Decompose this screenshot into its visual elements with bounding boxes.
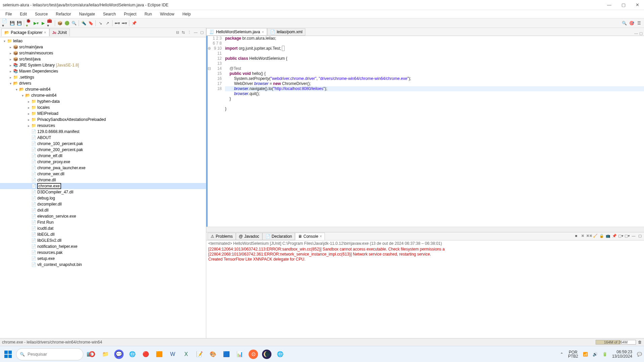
file-node[interactable]: 📄notification_helper.exe <box>0 243 206 250</box>
project-node[interactable]: ▾📁leilao <box>0 38 206 44</box>
new-icon[interactable]: 📄▾ <box>2 20 8 26</box>
excel-icon[interactable]: X <box>181 350 191 359</box>
tab-package-explorer[interactable]: 📂 Package Explorer × <box>1 29 49 36</box>
tab-javadoc[interactable]: @Javadoc <box>236 233 262 240</box>
tab-declaration[interactable]: 📄Declaration <box>262 233 295 240</box>
menu-file[interactable]: File <box>2 11 15 17</box>
console-output[interactable]: [22804:12064:1013/063742.113:ERROR:sandb… <box>206 246 644 338</box>
file-node[interactable]: 📄v8_context_snapshot.bin <box>0 262 206 268</box>
coverage-icon[interactable]: ▶ <box>40 20 46 26</box>
tray-lang[interactable]: POR <box>568 350 578 354</box>
view-menu-icon[interactable]: ⋮ <box>186 30 192 35</box>
editor-body[interactable]: ⊕ ⊟ 1 2 3 6 7 8 9 10 11 12 13 14 15 16 1… <box>206 36 644 227</box>
src-main-resources[interactable]: ▸📦src/main/resources <box>0 50 206 56</box>
search-icon[interactable]: 🔦 <box>81 20 87 26</box>
file-node[interactable]: 📄debug.log <box>0 195 206 201</box>
subfolder[interactable]: ▸📁locales <box>0 104 206 110</box>
heap-gauge[interactable]: 164M of 264M <box>596 340 636 345</box>
paint-icon[interactable]: 🎨 <box>208 350 218 359</box>
search-input[interactable] <box>28 352 84 357</box>
minimize-button[interactable]: — <box>605 2 613 8</box>
file-explorer-icon[interactable]: 📁 <box>101 350 110 359</box>
chrome-test-icon[interactable]: 🌐 <box>275 350 285 359</box>
perspective-switch-icon[interactable]: ☰ <box>636 20 642 26</box>
tag-icon[interactable]: 🔖 <box>88 20 94 26</box>
file-chrome-exe[interactable]: 📄chrome.exe <box>0 183 206 189</box>
debug-icon[interactable]: 🐞▾ <box>26 20 32 26</box>
menu-navigate[interactable]: Navigate <box>76 11 98 17</box>
notifications-icon[interactable]: 💬 <box>637 352 642 357</box>
app-icon-4[interactable]: 📊 <box>235 350 245 359</box>
menu-project[interactable]: Project <box>121 11 140 17</box>
src-main-java[interactable]: ▸📦src/main/java <box>0 44 206 50</box>
back-icon[interactable]: ⬅▾ <box>114 20 120 26</box>
task-view-icon[interactable]: ⭕ <box>87 350 97 359</box>
file-node[interactable]: 📄setup.exe <box>0 256 206 262</box>
file-node[interactable]: 📄chrome_proxy.exe <box>0 159 206 165</box>
file-node[interactable]: 📄elevation_service.exe <box>0 213 206 219</box>
run-gc-icon[interactable]: 🗑 <box>638 340 642 345</box>
subfolder[interactable]: ▸📁hyphen-data <box>0 98 206 104</box>
editor-horizontal-scrollbar[interactable] <box>206 227 644 232</box>
file-node[interactable]: 📄chrome.dll <box>0 177 206 183</box>
remove-all-icon[interactable]: ✖✖ <box>586 234 592 239</box>
file-node[interactable]: 📄ABOUT <box>0 135 206 141</box>
file-node[interactable]: 📄chrome_elf.dll <box>0 153 206 159</box>
menu-refactor[interactable]: Refactor <box>52 11 74 17</box>
package-explorer-tree[interactable]: ▾📁leilao ▸📦src/main/java ▸📦src/main/reso… <box>0 37 206 338</box>
file-node[interactable]: 📄chrome_wer.dll <box>0 171 206 177</box>
save-icon[interactable]: 💾 <box>9 20 15 26</box>
run-icon[interactable]: ▶▾ <box>33 20 39 26</box>
menu-search[interactable]: Search <box>100 11 119 17</box>
file-node[interactable]: 📄resources.pak <box>0 250 206 256</box>
file-node[interactable]: 📄dxil.dll <box>0 207 206 213</box>
new-class-icon[interactable]: 🟢 <box>64 20 70 26</box>
editor-tab-pom[interactable]: 📄 leilao/pom.xml <box>267 28 306 36</box>
quick-access-icon[interactable]: 🔍 <box>621 20 627 26</box>
start-button[interactable] <box>2 348 14 360</box>
maximize-view-icon[interactable]: ▢ <box>199 30 205 35</box>
maximize-button[interactable]: ▢ <box>619 2 628 8</box>
pin-console-icon[interactable]: 📌 <box>612 234 617 239</box>
menu-help[interactable]: Help <box>179 11 194 17</box>
postman-icon[interactable]: ⊙ <box>249 350 258 359</box>
file-node[interactable]: 📄chrome_200_percent.pak <box>0 147 206 153</box>
eclipse-icon[interactable]: 🌘 <box>262 350 271 359</box>
clear-console-icon[interactable]: 🧹 <box>593 234 598 239</box>
code-content[interactable]: package br.com.alura.leilao; import org.… <box>224 36 644 227</box>
app-icon-1[interactable]: 🔴 <box>141 350 151 359</box>
minimize-view-icon[interactable]: — <box>193 30 199 35</box>
maven-deps[interactable]: ▸📚Maven Dependencies <box>0 68 206 74</box>
close-icon[interactable]: × <box>319 234 322 239</box>
pin-icon[interactable]: 📌 <box>131 20 137 26</box>
file-node[interactable]: 📄icudtl.dat <box>0 225 206 231</box>
perspective-java-icon[interactable]: 🎯 <box>629 20 635 26</box>
minimize-console-icon[interactable]: — <box>631 234 636 239</box>
menu-edit[interactable]: Edit <box>16 11 30 17</box>
chrome-icon[interactable]: 🌐 <box>128 350 137 359</box>
tab-console[interactable]: 🖥Console× <box>295 233 325 240</box>
tray-kbd[interactable]: PTB2 <box>568 354 578 358</box>
file-node[interactable]: 📄First Run <box>0 219 206 225</box>
close-icon[interactable]: × <box>262 30 264 34</box>
link-editor-icon[interactable]: ⇆ <box>181 30 186 35</box>
save-all-icon[interactable]: 💾 <box>16 20 22 26</box>
battery-icon[interactable]: 🔋 <box>602 352 607 357</box>
menu-window[interactable]: Window <box>157 11 178 17</box>
open-type-icon[interactable]: 🔍 <box>71 20 77 26</box>
notepad-icon[interactable]: 📝 <box>195 350 204 359</box>
file-node[interactable]: 📄129.0.6668.89.manifest <box>0 129 206 135</box>
display-selected-icon[interactable]: ▢▾ <box>618 234 624 239</box>
settings-folder[interactable]: ▸📁.settings <box>0 74 206 80</box>
file-node[interactable]: 📄libEGL.dll <box>0 231 206 237</box>
chrome-win64-a[interactable]: ▾📂chrome-win64 <box>0 86 206 92</box>
remove-launch-icon[interactable]: ✖ <box>580 234 585 239</box>
tab-junit[interactable]: Ju JUnit <box>49 29 70 36</box>
volume-icon[interactable]: 🔊 <box>593 352 598 357</box>
open-console-icon[interactable]: ▢▾ <box>625 234 630 239</box>
file-node[interactable]: 📄chrome_100_percent.pak <box>0 141 206 147</box>
subfolder[interactable]: ▸📁PrivacySandboxAttestationsPreloaded <box>0 117 206 123</box>
file-node[interactable]: 📄D3DCompiler_47.dll <box>0 189 206 195</box>
new-package-icon[interactable]: 📦 <box>57 20 63 26</box>
file-node[interactable]: 📄dxcompiler.dll <box>0 201 206 207</box>
